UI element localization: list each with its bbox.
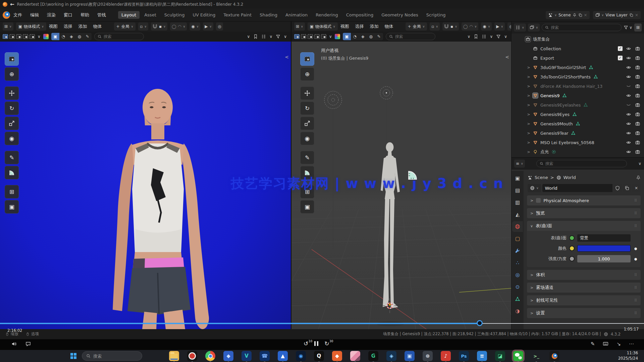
tool-scale[interactable] — [300, 117, 314, 130]
chevron-down-icon[interactable]: ∨ — [329, 34, 332, 39]
properties-search-input[interactable] — [545, 161, 624, 166]
matcap-ball-icon[interactable] — [43, 34, 49, 39]
taskbar-app-diamond-multi-app[interactable]: ◈ — [386, 351, 396, 361]
filter-toggle-1[interactable]: ◔ — [351, 33, 359, 40]
overlays-button[interactable]: ▶∨ — [494, 22, 505, 31]
select-mode-new[interactable] — [294, 34, 300, 39]
taskbar-app-blue-diamond-app[interactable]: ◆ — [223, 351, 233, 361]
taskbar-clock[interactable]: 11:36 2025/5/24 — [618, 351, 638, 361]
expand-icon[interactable]: > — [527, 84, 530, 88]
pause-button[interactable] — [314, 341, 318, 346]
eye-closed-icon[interactable] — [626, 102, 632, 108]
taskbar-app-teal-v-app[interactable]: V — [241, 351, 252, 361]
viewport-menu-视图[interactable]: 视图 — [49, 23, 58, 29]
properties-tab-physics[interactable]: ◎ — [512, 269, 523, 280]
tool-cursor[interactable]: ⊕ — [5, 67, 19, 81]
eye-open-icon[interactable] — [626, 130, 632, 136]
properties-tab-object-data[interactable] — [512, 294, 523, 304]
expand-icon[interactable]: > — [527, 131, 530, 135]
annotate-pencil-icon[interactable]: ✎ — [591, 341, 595, 347]
panel-grip-icon[interactable]: ⠿ — [634, 273, 637, 277]
viewport-search[interactable] — [386, 33, 435, 40]
eye-open-icon[interactable] — [626, 46, 632, 52]
taskbar-app-notepad-app[interactable]: ≡ — [477, 351, 487, 361]
tool-scale[interactable] — [5, 117, 19, 130]
tool-add-cube[interactable]: ⊞ — [5, 185, 19, 198]
taskbar-app-photoshop[interactable]: Ps — [459, 351, 469, 361]
overlays-button[interactable]: ▶∨ — [203, 22, 213, 31]
viewport-menu-添加[interactable]: 添加 — [370, 23, 379, 29]
select-mode-invert[interactable] — [314, 34, 320, 39]
viewport-menu-添加[interactable]: 添加 — [78, 23, 87, 29]
editor-type-button[interactable]: ⊞∨ — [294, 22, 305, 31]
outliner-search[interactable] — [542, 24, 622, 31]
tool-measure[interactable] — [5, 166, 19, 179]
breadcrumb-world[interactable]: World — [564, 175, 576, 180]
tool-box-select[interactable] — [5, 52, 19, 66]
video-progress-bar[interactable] — [0, 323, 644, 324]
properties-editor-type-button[interactable]: ≡∨ — [514, 160, 525, 168]
filter-toggle-group[interactable]: ▣◔◈◍✎ — [343, 33, 383, 40]
outliner-search-input[interactable] — [551, 25, 618, 30]
scene-selector[interactable]: ∨ Scene × — [546, 11, 589, 19]
expand-icon[interactable]: > — [527, 122, 530, 126]
surface-shader-field[interactable]: 背景 — [577, 234, 631, 242]
workspace-tab-compositing[interactable]: Compositing — [343, 11, 377, 19]
camera-visibility-icon[interactable] — [635, 74, 641, 80]
show-gizmo-button[interactable]: ◉∨ — [190, 22, 200, 31]
bookmark-icon[interactable] — [253, 34, 258, 39]
pivot-point-button[interactable]: ▫∨ — [430, 22, 440, 31]
properties-search[interactable] — [536, 160, 627, 167]
filter-toggle-2[interactable]: ◈ — [67, 33, 75, 40]
taskbar-app-netease-music[interactable]: ♪ — [441, 351, 451, 361]
select-mode-subtract[interactable] — [16, 34, 21, 39]
checkbox-icon[interactable]: ✓ — [618, 46, 623, 51]
tool-add-mesh[interactable]: ▣ — [5, 200, 19, 214]
taskbar-search[interactable] — [82, 351, 142, 361]
workspace-tab-asset[interactable]: Asset — [141, 11, 160, 19]
expand-icon[interactable]: > — [527, 150, 530, 154]
camera-visibility-icon[interactable] — [635, 130, 641, 136]
outliner-editor-type-button[interactable]: ∨ — [514, 23, 526, 32]
strength-slider[interactable]: 1.000 — [577, 255, 631, 262]
workspace-tab-animation[interactable]: Animation — [282, 11, 311, 19]
taskbar-app-blender[interactable] — [549, 351, 559, 361]
mode-selector[interactable]: ▣物体模式∨ — [16, 22, 46, 31]
outliner-filter-button[interactable]: ∨ — [624, 25, 632, 30]
tool-annotate[interactable]: ✎ — [5, 151, 19, 164]
world-browse-button[interactable]: ∨ — [528, 184, 541, 192]
snap-buttons[interactable]: ▪∨ — [442, 22, 459, 31]
animate-dot[interactable]: ● — [633, 247, 638, 250]
workspace-tab-texture-paint[interactable]: Texture Paint — [220, 11, 255, 19]
bookmark-icon[interactable] — [474, 34, 478, 39]
camera-visibility-icon[interactable] — [635, 93, 641, 99]
animate-dot[interactable]: ● — [633, 257, 638, 261]
outliner-row[interactable]: >3duG9FToonGirl2Shirt — [512, 63, 644, 72]
viewport-menu-选择[interactable]: 选择 — [64, 23, 72, 29]
panel-grip-icon[interactable]: ⠿ — [634, 211, 637, 216]
camera-visibility-icon[interactable] — [635, 102, 641, 108]
properties-tab-view-layer[interactable]: ▥ — [512, 197, 523, 208]
menu-窗口[interactable]: 窗口 — [64, 12, 72, 18]
copy-datablock-button[interactable] — [623, 184, 631, 192]
properties-options-icon[interactable]: ∨ — [638, 161, 641, 166]
breadcrumb-scene[interactable]: Scene — [535, 175, 548, 180]
filter-toggle-4[interactable]: ✎ — [375, 33, 383, 40]
expand-icon[interactable]: > — [527, 103, 530, 107]
viewport-menu-物体[interactable]: 物体 — [385, 23, 393, 29]
select-mode-extend[interactable] — [301, 34, 306, 39]
unlink-button[interactable]: × — [632, 184, 641, 192]
panel-grip-icon[interactable]: ⠿ — [634, 224, 637, 228]
tool-box-select[interactable] — [300, 52, 314, 66]
panel-Physical Atmosphere[interactable]: >Physical Atmosphere⠿ — [527, 195, 641, 205]
taskbar-app-photos-blue-app[interactable]: ▲ — [278, 351, 288, 361]
workspace-tab-uv-editing[interactable]: UV Editing — [189, 11, 219, 19]
menu-编辑[interactable]: 编辑 — [30, 12, 39, 18]
world-color-swatch[interactable] — [577, 245, 631, 252]
viewport-menu-视图[interactable]: 视图 — [340, 23, 349, 29]
tool-add-mesh[interactable]: ▣ — [300, 200, 314, 214]
snap-buttons[interactable]: ▪∨ — [151, 22, 167, 31]
expand-icon[interactable]: > — [527, 112, 530, 117]
workspace-tab-sculpting[interactable]: Sculpting — [161, 11, 188, 19]
panel-checkbox[interactable] — [536, 198, 541, 203]
